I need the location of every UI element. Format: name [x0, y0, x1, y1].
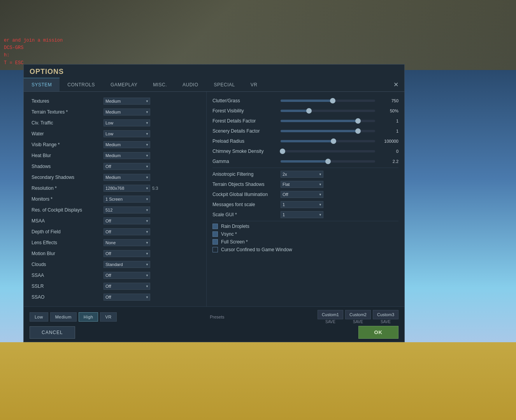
cursor-confined-checkbox[interactable]	[212, 247, 218, 252]
cockpit-illumination-dropdown-wrapper[interactable]: OffOn	[281, 191, 323, 198]
scale-gui-label: Scale GUI *	[212, 212, 281, 217]
cockpit-res-dropdown-wrapper[interactable]: 51225610242048	[104, 206, 150, 214]
terrain-shadows-dropdown-wrapper[interactable]: FlatOffAll	[281, 181, 323, 188]
tab-special[interactable]: SPECIAL	[206, 78, 243, 91]
checkbox-fullscreen[interactable]: Full Screen *	[212, 238, 398, 246]
custom2-button[interactable]: Custom2	[345, 310, 371, 319]
lens-effects-dropdown-wrapper[interactable]: NoneDirty LensLens FlareBoth	[104, 239, 150, 246]
anisotropic-select[interactable]: 2xOff4x8x16x	[281, 171, 323, 178]
setting-visib-range: Visib Range * MediumLowHighUltraExtreme	[24, 139, 206, 150]
cancel-button[interactable]: CANCEL	[30, 326, 75, 339]
setting-motion-blur: Motion Blur OffOn	[24, 248, 206, 259]
forest-visibility-slider[interactable]	[281, 108, 375, 114]
civ-traffic-select[interactable]: LowOffMediumHigh	[104, 119, 150, 126]
setting-secondary-shadows: Secondary Shadows MediumOffLowHigh	[24, 172, 206, 183]
gamma-slider[interactable]	[281, 158, 375, 164]
custom3-button[interactable]: Custom3	[373, 310, 398, 319]
resolution-label: Resolution *	[32, 186, 104, 191]
presets-row: Low Medium High VR Presets Custom1 SAVE …	[30, 310, 398, 324]
preset-vr-button[interactable]: VR	[100, 312, 116, 322]
sslr-dropdown-wrapper[interactable]: OffOn	[104, 283, 150, 290]
divider-1	[212, 168, 398, 168]
checkbox-rain-droplets[interactable]: Rain Droplets	[212, 222, 398, 230]
tab-misc[interactable]: MISC.	[145, 78, 175, 91]
ssao-dropdown-wrapper[interactable]: OffOn	[104, 294, 150, 301]
dof-select[interactable]: OffOn	[104, 228, 150, 235]
chimney-smoke-slider[interactable]	[281, 148, 375, 154]
sslr-select[interactable]: OffOn	[104, 283, 150, 290]
preset-medium-button[interactable]: Medium	[50, 312, 77, 322]
preset-low-button[interactable]: Low	[30, 312, 48, 322]
custom2-group: Custom2 SAVE	[345, 310, 371, 324]
clouds-dropdown-wrapper[interactable]: StandardBasicUltra	[104, 261, 150, 268]
scenery-details-slider[interactable]	[281, 128, 375, 134]
monitors-select[interactable]: 1 Screen2 Screens3 Screens	[104, 196, 150, 203]
terrain-textures-select[interactable]: MediumLowHighUltra	[104, 108, 150, 116]
scale-gui-dropdown-wrapper[interactable]: 11.52	[281, 211, 323, 218]
lens-effects-select[interactable]: NoneDirty LensLens FlareBoth	[104, 239, 150, 246]
shadows-dropdown-wrapper[interactable]: OffFlatAll	[104, 163, 150, 170]
setting-ssao: SSAO OffOn	[24, 292, 206, 303]
preset-high-button[interactable]: High	[79, 312, 98, 322]
secondary-shadows-dropdown-wrapper[interactable]: MediumOffLowHigh	[104, 174, 150, 181]
resolution-select[interactable]: 1280x7681920x10802560x1440	[104, 185, 150, 192]
monitors-label: Monitors *	[32, 196, 104, 202]
setting-dof: Depth of Field OffOn	[24, 226, 206, 237]
chimney-smoke-label: Chimney Smoke Density	[212, 149, 281, 154]
secondary-shadows-select[interactable]: MediumOffLowHigh	[104, 174, 150, 181]
terrain-shadows-select[interactable]: FlatOffAll	[281, 181, 323, 188]
tab-system[interactable]: SYSTEM	[24, 78, 60, 91]
water-dropdown-wrapper[interactable]: LowOffMediumHigh	[104, 130, 150, 137]
row-terrain-shadows: Terrain Objects Shadows FlatOffAll	[212, 179, 398, 189]
setting-ssaa: SSAA OffOn	[24, 270, 206, 281]
shadows-select[interactable]: OffFlatAll	[104, 163, 150, 170]
visib-range-select[interactable]: MediumLowHighUltraExtreme	[104, 141, 150, 148]
checkbox-vsync[interactable]: Vsync *	[212, 230, 398, 238]
visib-range-dropdown-wrapper[interactable]: MediumLowHighUltraExtreme	[104, 141, 150, 148]
cockpit-illumination-select[interactable]: OffOn	[281, 191, 323, 198]
water-label: Water	[32, 131, 104, 136]
ssao-select[interactable]: OffOn	[104, 294, 150, 301]
anisotropic-dropdown-wrapper[interactable]: 2xOff4x8x16x	[281, 171, 323, 178]
ok-button[interactable]: OK	[358, 326, 399, 339]
water-select[interactable]: LowOffMediumHigh	[104, 130, 150, 137]
messages-font-label: Messages font scale	[212, 202, 281, 207]
fullscreen-checkbox[interactable]	[212, 239, 218, 245]
preload-radius-slider[interactable]	[281, 138, 375, 144]
monitors-dropdown-wrapper[interactable]: 1 Screen2 Screens3 Screens	[104, 196, 150, 203]
textures-select[interactable]: MediumLowHighUltra	[104, 98, 150, 105]
motion-blur-select[interactable]: OffOn	[104, 250, 150, 257]
messages-font-select[interactable]: 11.52	[281, 201, 323, 208]
civ-traffic-dropdown-wrapper[interactable]: LowOffMediumHigh	[104, 119, 150, 126]
ssaa-dropdown-wrapper[interactable]: OffOn	[104, 272, 150, 279]
heat-blur-dropdown-wrapper[interactable]: MediumOffLowHigh	[104, 152, 150, 159]
clouds-select[interactable]: StandardBasicUltra	[104, 261, 150, 268]
resolution-dropdown-wrapper[interactable]: 1280x7681920x10802560x1440	[104, 185, 150, 192]
forest-details-slider[interactable]	[281, 118, 375, 124]
msaa-select[interactable]: Off2x4x8x	[104, 217, 150, 224]
clutter-grass-slider[interactable]	[281, 98, 375, 104]
scale-gui-select[interactable]: 11.52	[281, 211, 323, 218]
motion-blur-dropdown-wrapper[interactable]: OffOn	[104, 250, 150, 257]
slider-scenery-details: Scenery Details Factor 1	[212, 126, 398, 136]
tab-controls[interactable]: CONTROLS	[60, 78, 103, 91]
cursor-confined-label: Cursor Confined to Game Window	[221, 247, 292, 252]
checkbox-cursor-confined[interactable]: Cursor Confined to Game Window	[212, 246, 398, 254]
terrain-textures-dropdown-wrapper[interactable]: MediumLowHighUltra	[104, 108, 150, 116]
tab-gameplay[interactable]: GAMEPLAY	[103, 78, 145, 91]
vsync-checkbox[interactable]	[212, 231, 218, 237]
setting-shadows: Shadows OffFlatAll	[24, 161, 206, 172]
tab-audio[interactable]: AUDIO	[175, 78, 206, 91]
textures-dropdown-wrapper[interactable]: MediumLowHighUltra	[104, 98, 150, 105]
rain-droplets-checkbox[interactable]	[212, 224, 218, 229]
ssaa-select[interactable]: OffOn	[104, 272, 150, 279]
close-button[interactable]: ✕	[388, 78, 404, 91]
dof-dropdown-wrapper[interactable]: OffOn	[104, 228, 150, 235]
setting-cockpit-res: Res. of Cockpit Displays 51225610242048	[24, 205, 206, 215]
custom1-button[interactable]: Custom1	[318, 310, 343, 319]
msaa-dropdown-wrapper[interactable]: Off2x4x8x	[104, 217, 150, 224]
cockpit-res-select[interactable]: 51225610242048	[104, 206, 150, 214]
messages-font-dropdown-wrapper[interactable]: 11.52	[281, 201, 323, 208]
heat-blur-select[interactable]: MediumOffLowHigh	[104, 152, 150, 159]
tab-vr[interactable]: VR	[243, 78, 265, 91]
